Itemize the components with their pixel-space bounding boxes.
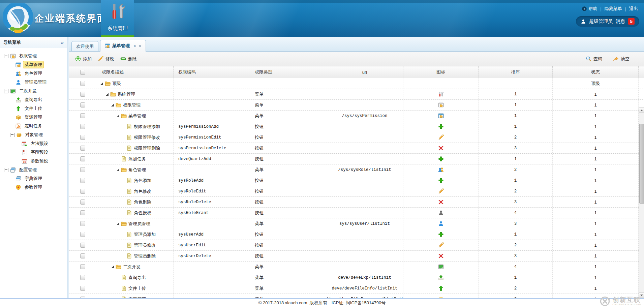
column-header-排序[interactable]: 排序 — [479, 66, 553, 78]
search-button[interactable]: 查询 — [583, 54, 605, 64]
row-checkbox[interactable] — [80, 297, 85, 298]
sidebar-item-4[interactable]: 二次开发 — [3, 87, 67, 95]
row-checkbox[interactable] — [80, 81, 85, 86]
column-header-状态[interactable]: 状态 — [553, 66, 639, 78]
tree-expand-arrow-icon[interactable] — [115, 115, 121, 117]
tab-0[interactable]: 欢迎使用 — [71, 41, 98, 51]
tree-collapse-toggle-icon[interactable] — [4, 54, 8, 58]
tab-close-icon[interactable]: × — [139, 43, 142, 49]
tree-collapse-toggle-icon[interactable] — [4, 89, 8, 93]
row-checkbox[interactable] — [80, 286, 85, 291]
table-row-顶级[interactable]: 顶级顶级 — [69, 78, 644, 89]
row-checkbox[interactable] — [80, 156, 85, 161]
add-button[interactable]: 添加 — [72, 54, 95, 64]
row-checkbox[interactable] — [80, 124, 85, 129]
sidebar-item-5[interactable]: 查询导出 — [3, 95, 67, 104]
sidebar-item-13[interactable]: 配置管理 — [3, 165, 67, 174]
tab-1[interactable]: 菜单管理c× — [100, 40, 146, 52]
row-checkbox[interactable] — [80, 146, 85, 151]
table-row-角色授权[interactable]: 角色授权sysRoleGrant按钮41 — [69, 208, 644, 218]
table-row-二次开发[interactable]: 二次开发菜单41 — [69, 262, 644, 272]
delete-button[interactable]: 删除 — [117, 54, 140, 64]
sidebar-item-6[interactable]: 文件上传 — [3, 104, 67, 113]
tree-expand-arrow-icon[interactable] — [104, 93, 110, 96]
row-checkbox[interactable] — [80, 253, 85, 258]
tree-expand-arrow-icon[interactable] — [110, 266, 115, 268]
row-checkbox[interactable] — [80, 264, 85, 269]
sidebar-item-0[interactable]: 权限管理 — [3, 52, 67, 60]
table-row-角色修改[interactable]: 角色修改sysRoleEdit按钮21 — [69, 186, 644, 197]
row-checkbox[interactable] — [80, 243, 85, 248]
table-row-权限管理删除[interactable]: 权限管理删除sysPermissionDelete按钮31 — [69, 143, 644, 154]
select-all-checkbox[interactable] — [80, 70, 85, 75]
tree-collapse-toggle-icon[interactable] — [10, 133, 14, 137]
sidebar-item-11[interactable]: 字段预设 — [3, 148, 67, 157]
vertical-scrollbar[interactable] — [639, 108, 644, 298]
table-row-资源管理[interactable]: 资源管理菜单/deve/deveFileResource/listInit31 — [69, 294, 644, 298]
table-row-权限管理添加[interactable]: 权限管理添加sysPermissionAdd按钮11 — [69, 121, 644, 132]
sidebar-item-3[interactable]: 管理员管理 — [3, 78, 67, 87]
sidebar-item-15[interactable]: 参数管理 — [3, 183, 67, 192]
column-header-权限类型[interactable]: 权限类型 — [250, 66, 326, 78]
table-row-角色删除[interactable]: 角色删除sysRoleDelete按钮31 — [69, 197, 644, 208]
row-checkbox[interactable] — [80, 199, 85, 205]
row-checkbox[interactable] — [80, 167, 85, 172]
sidebar-collapse-icon[interactable]: « — [61, 40, 64, 45]
table-row-添加任务[interactable]: 添加任务deveQuartzAdd按钮11 — [69, 154, 644, 164]
hide-menu-link[interactable]: 隐藏菜单 — [605, 6, 622, 12]
clear-button[interactable]: 清空 — [610, 54, 633, 64]
sidebar-item-label: 菜单管理 — [23, 61, 44, 68]
tab-refresh-icon[interactable]: c — [134, 43, 136, 48]
row-checkbox[interactable] — [80, 210, 85, 215]
column-header-权限编码[interactable]: 权限编码 — [174, 66, 250, 78]
help-link[interactable]: ? 帮助 — [582, 6, 597, 12]
table-row-角色添加[interactable]: 角色添加sysRoleAdd按钮11 — [69, 175, 644, 186]
table-row-权限管理修改[interactable]: 权限管理修改sysPermissionEdit按钮21 — [69, 132, 644, 143]
table-row-管理员删除[interactable]: 管理员删除sysUserDelete按钮31 — [69, 251, 644, 262]
cell-sort: 1 — [479, 272, 553, 283]
sidebar-item-2[interactable]: 角色管理 — [3, 69, 67, 78]
column-header-url[interactable]: url — [326, 66, 403, 78]
table-row-管理员修改[interactable]: 管理员修改sysUserEdit按钮21 — [69, 240, 644, 251]
module-tab-system-management[interactable]: 系统管理 — [101, 0, 134, 37]
edit-button[interactable]: 修改 — [95, 54, 117, 64]
scroll-up-button[interactable] — [639, 108, 644, 113]
sidebar-item-12[interactable]: 16参数预设 — [3, 157, 67, 165]
table-row-文件上传[interactable]: 文件上传菜单deve/deveFileInfo/listInit21 — [69, 283, 644, 294]
row-checkbox[interactable] — [80, 113, 85, 118]
sidebar-item-8[interactable]: 定时任务 — [3, 122, 67, 130]
row-checkbox[interactable] — [80, 92, 85, 97]
row-checkbox[interactable] — [80, 178, 85, 183]
table-row-角色管理[interactable]: 角色管理菜单/sys/sysRole/listInit21 — [69, 164, 644, 175]
sidebar-item-1[interactable]: 菜单管理 — [3, 60, 67, 69]
user-pill[interactable]: 超级管理员 消息 5 — [576, 16, 639, 27]
messages-link[interactable]: 消息 — [616, 19, 625, 25]
tree-collapse-toggle-icon[interactable] — [4, 168, 8, 172]
sidebar-item-9[interactable]: 对象管理 — [3, 130, 67, 139]
table-row-系统管理[interactable]: 系统管理菜单11 — [69, 89, 644, 100]
sidebar-item-7[interactable]: 资源管理 — [3, 113, 67, 122]
sidebar-item-14[interactable]: 字典管理 — [3, 174, 67, 183]
row-checkbox[interactable] — [80, 221, 85, 226]
tree-expand-arrow-icon[interactable] — [115, 222, 121, 225]
column-header-权限名描述[interactable]: 权限名描述 — [97, 66, 174, 78]
tree-expand-arrow-icon[interactable] — [115, 168, 121, 171]
table-row-查询导出[interactable]: 查询导出菜单deve/deveExp/listInit11 — [69, 272, 644, 283]
logout-link[interactable]: 退出 — [629, 6, 638, 12]
row-checkbox[interactable] — [80, 275, 85, 280]
row-checkbox[interactable] — [80, 135, 85, 140]
table-row-菜单管理[interactable]: 菜单管理菜单/sys/sysPermission11 — [69, 111, 644, 121]
row-checkbox[interactable] — [80, 189, 85, 194]
cell-sort: 4 — [479, 208, 553, 218]
tree-expand-arrow-icon[interactable] — [110, 104, 115, 106]
row-checkbox[interactable] — [80, 102, 85, 108]
table-row-管理员管理[interactable]: 管理员管理菜单sys/sysUser/listInit31 — [69, 218, 644, 229]
sidebar-item-10[interactable]: 方法预设 — [3, 139, 67, 148]
cell-checkbox — [69, 197, 97, 207]
scrollbar-thumb[interactable] — [639, 124, 644, 204]
column-header-图标[interactable]: 图标 — [403, 66, 479, 78]
table-row-权限管理[interactable]: 权限管理菜单11 — [69, 100, 644, 111]
table-row-管理员添加[interactable]: 管理员添加sysUserAdd按钮11 — [69, 229, 644, 240]
row-checkbox[interactable] — [80, 232, 85, 237]
tree-expand-arrow-icon[interactable] — [99, 82, 104, 85]
